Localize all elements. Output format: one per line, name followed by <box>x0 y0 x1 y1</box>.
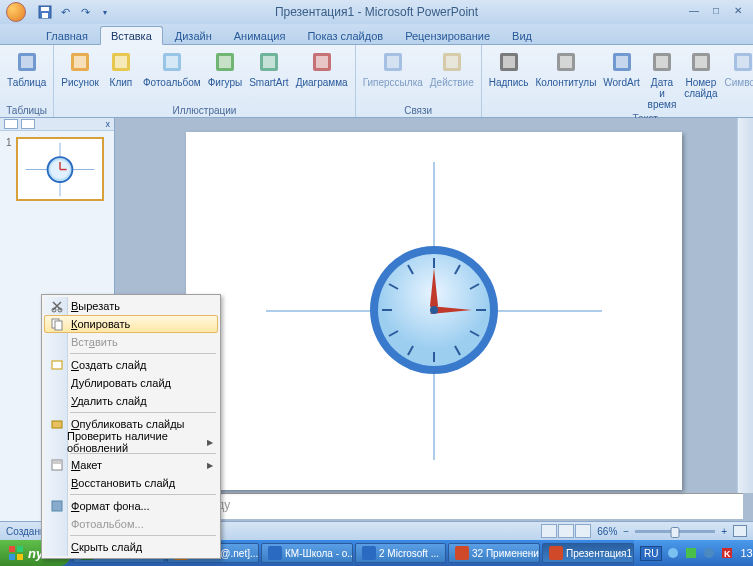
tab-главная[interactable]: Главная <box>36 27 98 44</box>
svg-rect-74 <box>17 546 23 552</box>
new-icon <box>47 357 67 373</box>
menu-item-дублировать-слайд[interactable]: Дублировать слайд <box>44 374 218 392</box>
ribbon-clip-button[interactable]: Клип <box>103 47 139 90</box>
window-title: Презентация1 - Microsoft PowerPoint <box>275 5 478 19</box>
office-logo-icon <box>6 2 26 22</box>
ribbon-group-Таблицы: ТаблицаТаблицы <box>0 45 54 117</box>
maximize-button[interactable]: □ <box>707 5 725 19</box>
ribbon-chart-button[interactable]: Диаграмма <box>293 47 351 90</box>
tray-icon-2[interactable] <box>684 546 698 560</box>
kaspersky-icon[interactable]: K <box>720 546 734 560</box>
table-icon <box>14 49 40 75</box>
tray-icon-1[interactable] <box>666 546 680 560</box>
taskbar-item[interactable]: Презентация1 <box>542 543 634 563</box>
ribbon-label: Символ <box>724 77 753 88</box>
tab-анимация[interactable]: Анимация <box>224 27 296 44</box>
ribbon-label: Номер слайда <box>684 77 717 99</box>
language-indicator[interactable]: RU <box>640 546 662 561</box>
zoom-value[interactable]: 66% <box>597 526 617 537</box>
slideshow-view-button[interactable] <box>575 524 591 538</box>
fit-button[interactable] <box>733 525 747 537</box>
ribbon-label: Действие <box>430 77 474 88</box>
tab-показ слайдов[interactable]: Показ слайдов <box>297 27 393 44</box>
group-label: Таблицы <box>4 104 49 117</box>
svg-rect-22 <box>503 56 515 68</box>
blank-icon <box>47 434 63 450</box>
outline-tab-icon[interactable] <box>4 119 18 129</box>
normal-view-button[interactable] <box>541 524 557 538</box>
tab-вид[interactable]: Вид <box>502 27 542 44</box>
minimize-button[interactable]: — <box>685 5 703 19</box>
ribbon-number-button[interactable]: Номер слайда <box>681 47 720 101</box>
context-menu: ВырезатьКопироватьВставитьСоздать слайдД… <box>41 294 221 559</box>
copy-icon <box>47 316 67 332</box>
clock-shape[interactable] <box>364 240 504 382</box>
tab-рецензирование[interactable]: Рецензирование <box>395 27 500 44</box>
album-icon <box>159 49 185 75</box>
menu-item-проверить-наличие-обновлений[interactable]: Проверить наличие обновлений▶ <box>44 433 218 451</box>
menu-label: Восстановить слайд <box>71 477 175 489</box>
ribbon-date-button[interactable]: Дата и время <box>644 47 680 112</box>
ribbon: ТаблицаТаблицыРисунокКлипФотоальбомФигур… <box>0 45 753 118</box>
svg-rect-82 <box>549 546 563 560</box>
picture-icon <box>67 49 93 75</box>
svg-rect-12 <box>219 56 231 68</box>
menu-label: Вырезать <box>71 300 120 312</box>
menu-item-вырезать[interactable]: Вырезать <box>44 297 218 315</box>
slide-thumbnail[interactable] <box>16 137 104 201</box>
menu-item-создать-слайд[interactable]: Создать слайд <box>44 356 218 374</box>
svg-rect-2 <box>42 13 48 18</box>
zoom-in-button[interactable]: + <box>721 526 727 537</box>
ribbon-action-button: Действие <box>427 47 477 90</box>
menu-item-копировать[interactable]: Копировать <box>44 315 218 333</box>
clock[interactable]: 13:12 <box>740 547 753 559</box>
tab-дизайн[interactable]: Дизайн <box>165 27 222 44</box>
sorter-view-button[interactable] <box>558 524 574 538</box>
ribbon-album-button[interactable]: Фотоальбом <box>140 47 204 90</box>
undo-icon[interactable]: ↶ <box>56 3 74 21</box>
redo-icon[interactable]: ↷ <box>76 3 94 21</box>
app-icon <box>455 546 469 560</box>
ribbon-header-button[interactable]: Колонтитулы <box>533 47 600 90</box>
menu-label: Опубликовать слайды <box>71 418 185 430</box>
smartart-icon <box>256 49 282 75</box>
ribbon-table-button[interactable]: Таблица <box>4 47 49 90</box>
header-icon <box>553 49 579 75</box>
blank-icon <box>47 375 67 391</box>
tray-icon-3[interactable] <box>702 546 716 560</box>
ribbon-shapes-button[interactable]: Фигуры <box>205 47 245 90</box>
taskbar-item[interactable]: 32 Применени... <box>448 543 540 563</box>
panel-close-icon[interactable]: x <box>106 119 111 129</box>
menu-item-макет[interactable]: Макет▶ <box>44 456 218 474</box>
format-icon <box>47 498 67 514</box>
tab-вставка[interactable]: Вставка <box>100 26 163 45</box>
title-bar: ↶ ↷ ▾ Презентация1 - Microsoft PowerPoin… <box>0 0 753 24</box>
task-label: Презентация1 <box>566 548 632 559</box>
task-label: 2 Microsoft ... <box>379 548 439 559</box>
slide[interactable] <box>186 132 682 490</box>
ribbon-picture-button[interactable]: Рисунок <box>58 47 102 90</box>
taskbar-item[interactable]: КМ-Школа - о... <box>261 543 353 563</box>
office-button[interactable] <box>0 0 32 24</box>
menu-item-восстановить-слайд[interactable]: Восстановить слайд <box>44 474 218 492</box>
ribbon-textbox-button[interactable]: Надпись <box>486 47 532 90</box>
save-icon[interactable] <box>36 3 54 21</box>
slides-tab-icon[interactable] <box>21 119 35 129</box>
ribbon-wordart-button[interactable]: WordArt <box>600 47 642 90</box>
menu-item-скрыть-слайд[interactable]: Скрыть слайд <box>44 538 218 556</box>
zoom-out-button[interactable]: − <box>623 526 629 537</box>
taskbar-item[interactable]: 2 Microsoft ... <box>355 543 446 563</box>
menu-item-формат-фона...[interactable]: Формат фона... <box>44 497 218 515</box>
menu-label: Создать слайд <box>71 359 146 371</box>
qat-more-icon[interactable]: ▾ <box>96 3 114 21</box>
svg-rect-67 <box>55 321 62 330</box>
svg-rect-18 <box>387 56 399 68</box>
vertical-scrollbar[interactable] <box>737 118 753 493</box>
close-button[interactable]: ✕ <box>729 5 747 19</box>
menu-item-удалить-слайд[interactable]: Удалить слайд <box>44 392 218 410</box>
textbox-icon <box>496 49 522 75</box>
number-icon <box>688 49 714 75</box>
zoom-slider[interactable] <box>635 530 715 533</box>
ribbon-smartart-button[interactable]: SmartArt <box>246 47 291 90</box>
svg-rect-30 <box>695 56 707 68</box>
